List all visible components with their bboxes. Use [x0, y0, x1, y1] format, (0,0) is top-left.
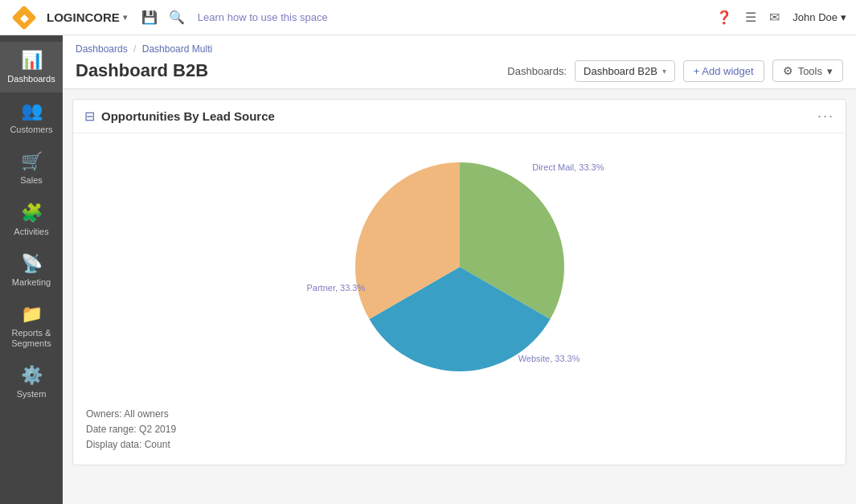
sidebar-item-customers[interactable]: 👥 Customers [0, 92, 63, 143]
breadcrumb-dashboard-multi[interactable]: Dashboard Multi [142, 43, 212, 55]
widget-collapse-icon[interactable]: ⊟ [84, 109, 95, 124]
pie-label-partner: Partner, 33.3% [307, 283, 366, 293]
sidebar-item-label: Activities [14, 227, 48, 237]
sidebar-item-label: Dashboards [7, 74, 55, 84]
search-icon[interactable]: 🔍 [169, 10, 185, 25]
breadcrumb: Dashboards / Dashboard Multi [76, 43, 843, 55]
dashboard-selected-value: Dashboard B2B [584, 65, 657, 77]
marketing-icon: 📡 [21, 253, 43, 274]
sidebar-item-dashboards[interactable]: 📊 Dashboards [0, 42, 63, 92]
mail-icon[interactable]: ✉ [769, 10, 780, 25]
sidebar-item-label: Reports & Segments [3, 328, 59, 349]
reports-icon: 📁 [21, 304, 43, 325]
breadcrumb-separator: / [133, 43, 136, 55]
breadcrumb-dashboards[interactable]: Dashboards [76, 43, 128, 55]
dashboard-selector[interactable]: Dashboard B2B ▾ [575, 60, 675, 82]
content-header: Dashboards / Dashboard Multi Dashboard B… [63, 35, 856, 89]
save-icon[interactable]: 💾 [141, 10, 158, 25]
tools-chevron: ▾ [827, 65, 833, 77]
topbar-right: ❓ ☰ ✉ John Doe ▾ [716, 10, 846, 25]
widget-title: Opportunities By Lead Source [101, 109, 811, 123]
footer-owners: Owners: All owners [86, 407, 833, 422]
dashboards-icon: 📊 [21, 50, 43, 71]
pie-label-website: Website, 33.3% [518, 354, 580, 363]
sidebar-item-reports[interactable]: 📁 Reports & Segments [0, 296, 63, 357]
footer-date-range: Date range: Q2 2019 [86, 422, 833, 437]
sidebar: 📊 Dashboards 👥 Customers 🛒 Sales 🧩 Activ… [0, 35, 63, 504]
sidebar-item-label: Customers [10, 125, 52, 135]
widget-area: ⊟ Opportunities By Lead Source ··· [63, 89, 856, 504]
sidebar-item-activities[interactable]: 🧩 Activities [0, 195, 63, 245]
app-name-label: LOGINCORE [47, 10, 120, 24]
user-name: John Doe [793, 11, 838, 23]
system-icon: ⚙️ [21, 365, 43, 386]
sidebar-item-sales[interactable]: 🛒 Sales [0, 143, 63, 194]
pie-chart [355, 162, 564, 371]
widget-more-options-icon[interactable]: ··· [817, 108, 834, 125]
dashboard-chevron: ▾ [662, 67, 666, 76]
tools-button[interactable]: ⚙ Tools ▾ [772, 59, 843, 82]
app-logo [10, 3, 39, 32]
app-name-button[interactable]: LOGINCORE ▾ [47, 10, 127, 24]
sales-icon: 🛒 [21, 151, 43, 172]
add-widget-label: + Add widget [694, 65, 754, 77]
page-title: Dashboard B2B [76, 60, 208, 81]
help-text[interactable]: Learn how to use this space [198, 11, 328, 23]
page-title-row: Dashboard B2B Dashboards: Dashboard B2B … [76, 59, 843, 82]
tools-gear-icon: ⚙ [783, 64, 793, 77]
main-layout: 📊 Dashboards 👥 Customers 🛒 Sales 🧩 Activ… [0, 35, 856, 504]
activities-icon: 🧩 [21, 203, 43, 223]
dashboards-label: Dashboards: [507, 65, 567, 77]
widget-body: Direct Mail, 33.3% Partner, 33.3% Websit… [73, 133, 846, 400]
help-icon[interactable]: ❓ [716, 10, 732, 25]
sidebar-item-label: System [17, 389, 47, 400]
add-widget-button[interactable]: + Add widget [683, 60, 764, 82]
sidebar-item-system[interactable]: ⚙️ System [0, 357, 63, 408]
page-title-actions: Dashboards: Dashboard B2B ▾ + Add widget… [507, 59, 843, 82]
content: Dashboards / Dashboard Multi Dashboard B… [63, 35, 856, 504]
user-chevron: ▾ [841, 11, 846, 23]
topbar-icons: 💾 🔍 [141, 10, 185, 25]
topbar: LOGINCORE ▾ 💾 🔍 Learn how to use this sp… [0, 0, 856, 35]
widget-footer: Owners: All owners Date range: Q2 2019 D… [73, 400, 846, 465]
tools-label: Tools [798, 65, 822, 77]
widget-header: ⊟ Opportunities By Lead Source ··· [73, 100, 846, 133]
user-menu[interactable]: John Doe ▾ [793, 11, 846, 23]
footer-display-data: Display data: Count [86, 437, 833, 453]
pie-chart-container: Direct Mail, 33.3% Partner, 33.3% Websit… [307, 146, 612, 387]
menu-icon[interactable]: ☰ [745, 10, 756, 25]
customers-icon: 👥 [21, 100, 43, 121]
sidebar-item-label: Marketing [12, 277, 51, 288]
app-name-chevron: ▾ [123, 13, 127, 22]
widget-card: ⊟ Opportunities By Lead Source ··· [72, 99, 846, 465]
pie-label-direct-mail: Direct Mail, 33.3% [532, 162, 604, 172]
sidebar-item-label: Sales [20, 175, 43, 186]
sidebar-item-marketing[interactable]: 📡 Marketing [0, 245, 63, 296]
